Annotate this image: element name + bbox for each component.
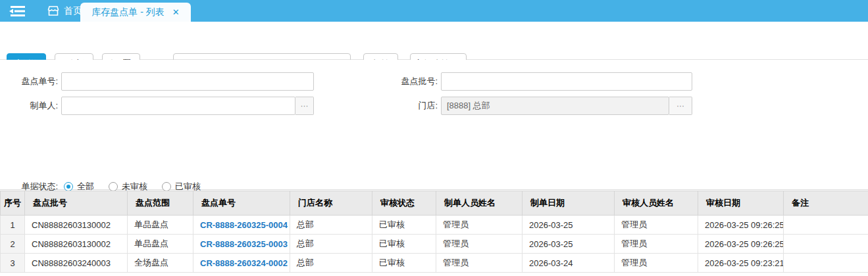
cell-sheet-no: CR-8888-260325-0004 [193, 216, 290, 235]
collapse-menu-icon[interactable] [8, 5, 26, 18]
cell-batch-no: CN88882603240003 [25, 254, 128, 273]
cell-sheet-no: CR-8888-260324-0002 [193, 254, 290, 273]
sheet-no-input[interactable] [61, 72, 314, 91]
batch-no-input[interactable] [441, 72, 692, 91]
table-header: 序号 盘点批号 盘点范围 盘点单号 门店名称 审核状态 制单人员姓名 制单日期 … [1, 191, 868, 216]
cell-store-name: 总部 [290, 254, 372, 273]
column-header-no: 序号 [1, 191, 25, 216]
cell-batch-no: CN88882603130002 [25, 235, 128, 254]
column-header-sheet: 盘点单号 [193, 191, 290, 216]
cell-creator-name: 管理员 [436, 254, 523, 273]
cell-remark [784, 235, 868, 254]
cell-scope: 全场盘点 [128, 254, 193, 273]
store-picker-button[interactable]: ··· [669, 97, 692, 115]
cell-auditor-name: 管理员 [615, 254, 698, 273]
cell-create-date: 2026-03-25 [523, 216, 615, 235]
cell-scope: 单品盘点 [128, 216, 193, 235]
cell-auditor-name: 管理员 [615, 216, 698, 235]
cell-row-number: 2 [1, 235, 25, 254]
cell-auditor-name: 管理员 [615, 235, 698, 254]
cell-row-number: 3 [1, 254, 25, 273]
creator-label: 制单人: [5, 97, 58, 115]
batch-no-label: 盘点批号: [385, 72, 438, 91]
column-header-create-date: 制单日期 [523, 191, 615, 216]
column-header-scope: 盘点范围 [128, 191, 193, 216]
sheet-no-link[interactable]: CR-8888-260325-0003 [200, 239, 288, 249]
cell-store-name: 总部 [290, 235, 372, 254]
inventory-count-table: 序号 盘点批号 盘点范围 盘点单号 门店名称 审核状态 制单人员姓名 制单日期 … [0, 191, 868, 273]
toolbar: 新 增 刷 新 设 置 日期: 2026-03-01 → 2026-03-26 … [0, 22, 868, 60]
cell-audit-status: 已审核 [372, 235, 436, 254]
cell-sheet-no: CR-8888-260325-0003 [193, 235, 290, 254]
cell-store-name: 总部 [290, 216, 372, 235]
cell-audit-status: 已审核 [372, 254, 436, 273]
sheet-no-link[interactable]: CR-8888-260324-0002 [200, 258, 288, 268]
table-row[interactable]: 1 CN88882603130002 单品盘点 CR-8888-260325-0… [1, 216, 868, 235]
sheet-no-link[interactable]: CR-8888-260325-0004 [200, 220, 288, 230]
cell-row-number: 1 [1, 216, 25, 235]
radio-icon [109, 182, 118, 191]
store-label: 门店: [385, 97, 438, 115]
column-header-creator: 制单人员姓名 [436, 191, 523, 216]
column-header-auditor: 审核人员姓名 [615, 191, 698, 216]
store-input[interactable]: [8888] 总部 [441, 97, 669, 115]
column-header-audit-date: 审核日期 [698, 191, 784, 216]
inventory-count-list-page: 首页 库存盘点单 - 列表 ✕ 新 增 刷 新 设 置 日期: 2026-03-… [0, 0, 868, 276]
cell-remark [784, 216, 868, 235]
creator-input[interactable] [61, 97, 295, 115]
cell-audit-date: 2026-03-25 09:23:21 [698, 254, 784, 273]
close-tab-icon[interactable]: ✕ [172, 8, 180, 16]
cell-create-date: 2026-03-25 [523, 235, 615, 254]
column-header-status: 审核状态 [372, 191, 436, 216]
creator-picker-button[interactable]: ··· [295, 97, 314, 115]
advanced-filter-panel: 盘点单号: 盘点批号: 制单人: ··· 门店: [8888] 总部 ··· 单… [0, 60, 868, 190]
active-tab-inventory-count-list[interactable]: 库存盘点单 - 列表 ✕ [80, 3, 191, 22]
sheet-no-label: 盘点单号: [5, 72, 58, 91]
column-header-batch: 盘点批号 [25, 191, 128, 216]
cell-audit-status: 已审核 [372, 216, 436, 235]
table-row[interactable]: 3 CN88882603240003 全场盘点 CR-8888-260324-0… [1, 254, 868, 273]
cell-create-date: 2026-03-24 [523, 254, 615, 273]
column-header-store: 门店名称 [290, 191, 372, 216]
column-header-remark: 备注 [784, 191, 868, 216]
cell-creator-name: 管理员 [436, 216, 523, 235]
shop-icon [47, 5, 59, 16]
cell-scope: 单品盘点 [128, 235, 193, 254]
cell-remark [784, 254, 868, 273]
radio-icon [162, 182, 171, 191]
top-navigation-bar: 首页 库存盘点单 - 列表 ✕ [0, 0, 868, 22]
cell-creator-name: 管理员 [436, 235, 523, 254]
table-body: 1 CN88882603130002 单品盘点 CR-8888-260325-0… [1, 216, 868, 273]
cell-audit-date: 2026-03-25 09:26:25 [698, 235, 784, 254]
cell-audit-date: 2026-03-25 09:26:25 [698, 216, 784, 235]
home-tab[interactable]: 首页 [47, 0, 82, 22]
home-tab-label: 首页 [64, 5, 82, 17]
table-row[interactable]: 2 CN88882603130002 单品盘点 CR-8888-260325-0… [1, 235, 868, 254]
radio-selected-icon [64, 182, 73, 191]
cell-batch-no: CN88882603130002 [25, 216, 128, 235]
active-tab-label: 库存盘点单 - 列表 [91, 7, 164, 18]
